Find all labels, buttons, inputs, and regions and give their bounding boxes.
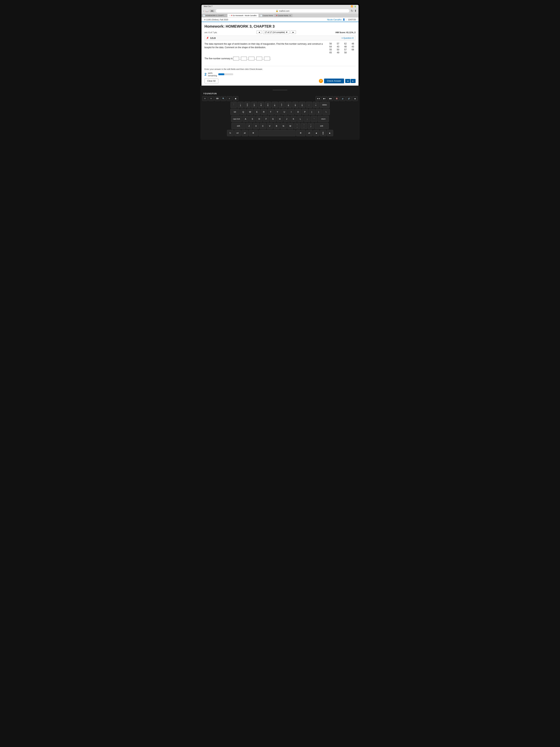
key-delete[interactable]: delete <box>320 102 330 108</box>
key-fn[interactable]: fn <box>227 130 234 136</box>
prev-question-btn[interactable]: ◄ <box>257 31 262 34</box>
key-backtick[interactable]: ~` <box>231 102 237 108</box>
key-search[interactable]: 🔍 <box>220 96 226 101</box>
key-y[interactable]: Y <box>274 109 281 115</box>
help-circle[interactable]: ? <box>319 79 323 83</box>
key-minus[interactable]: _- <box>306 102 312 108</box>
key-quote[interactable]: ' <box>311 116 317 122</box>
key-f[interactable]: F <box>263 116 269 122</box>
key-g[interactable]: G <box>270 116 276 122</box>
key-vol-down[interactable]: 🔉 <box>340 96 346 101</box>
question-help-label[interactable]: ≡ Question H <box>342 37 353 39</box>
key-eject[interactable]: ⏏ <box>352 96 358 101</box>
key-mute[interactable]: 🔇 <box>334 96 340 101</box>
key-x[interactable]: X <box>253 123 259 129</box>
key-arrow-left[interactable]: ◄ <box>313 130 319 136</box>
key-shift-right[interactable]: shift <box>315 123 329 129</box>
key-backslash[interactable]: \ <box>322 109 330 115</box>
tab2-close[interactable]: ✕ <box>229 15 231 17</box>
key-k[interactable]: K <box>290 116 297 122</box>
answer-box-5[interactable] <box>264 57 270 60</box>
key-caps[interactable]: caps lock <box>231 116 242 122</box>
tab-course-home[interactable]: 📄 Course Home <box>259 14 275 17</box>
next-btn[interactable]: ► <box>351 79 355 83</box>
back-button[interactable]: ‹ <box>203 9 204 12</box>
key-p[interactable]: P <box>302 109 308 115</box>
key-8[interactable]: *8 <box>285 102 292 108</box>
tab-homework[interactable]: 📄 HOMEWORK 3, CHAPTER 3 <box>202 14 228 17</box>
key-arrow-right[interactable]: ► <box>327 130 333 136</box>
address-bar[interactable]: 🔒 mathxl.com <box>216 9 350 13</box>
key-s[interactable]: S <box>249 116 256 122</box>
key-alt-right[interactable]: alt <box>306 130 313 136</box>
tab-course-home2[interactable]: P Course Home - N <box>275 14 292 17</box>
answer-box-4[interactable] <box>256 57 262 60</box>
key-media-box[interactable]: ▣ <box>233 96 238 101</box>
key-m[interactable]: M <box>287 123 294 129</box>
check-answer-button[interactable]: Check Answer <box>324 79 344 83</box>
key-cmd-right[interactable]: ⌘ <box>296 130 305 136</box>
key-brightness-high[interactable]: ✳ <box>208 96 214 101</box>
key-play-pause[interactable]: ▶II <box>322 96 327 101</box>
key-6[interactable]: ^6 <box>272 102 278 108</box>
key-lbracket[interactable]: [ <box>309 109 315 115</box>
key-rbracket[interactable]: ] <box>316 109 322 115</box>
key-3[interactable]: #3 <box>251 102 258 108</box>
key-w[interactable]: W <box>247 109 254 115</box>
share-button[interactable]: ⬆ <box>354 9 357 12</box>
key-h[interactable]: H <box>277 116 283 122</box>
key-cmd-left[interactable]: ⌘ <box>249 130 258 136</box>
key-comma[interactable]: <, <box>294 123 300 129</box>
key-d[interactable]: D <box>256 116 262 122</box>
prev-btn[interactable]: ◄ <box>345 79 350 83</box>
key-tab[interactable]: tab <box>230 109 240 115</box>
key-return[interactable]: return <box>318 116 329 122</box>
key-keyboard[interactable]: ⌨ <box>214 96 220 101</box>
key-l[interactable]: L <box>297 116 303 122</box>
key-2[interactable]: @2 <box>244 102 250 108</box>
key-4[interactable]: $4 <box>258 102 264 108</box>
refresh-button[interactable]: ↻ <box>351 9 353 12</box>
key-ctrl[interactable]: ctrl <box>234 130 241 136</box>
key-o[interactable]: O <box>295 109 301 115</box>
next-question-btn[interactable]: ► <box>291 31 296 34</box>
key-fast-forward[interactable]: ▶▶ <box>328 96 334 101</box>
key-7[interactable]: &7 <box>278 102 285 108</box>
key-semicolon[interactable]: ; <box>304 116 310 122</box>
key-a[interactable]: A <box>242 116 249 122</box>
key-e[interactable]: E <box>254 109 260 115</box>
key-b[interactable]: B <box>273 123 280 129</box>
key-t[interactable]: T <box>268 109 274 115</box>
key-z[interactable]: Z <box>246 123 252 129</box>
key-rewind[interactable]: ◄◄ <box>316 96 321 101</box>
clear-all-button[interactable]: Clear All <box>205 79 218 83</box>
key-1[interactable]: !1 <box>237 102 244 108</box>
key-5[interactable]: %5 <box>265 102 271 108</box>
key-n[interactable]: N <box>281 123 287 129</box>
answer-box-1[interactable] <box>233 57 239 60</box>
key-equals[interactable]: += <box>313 102 319 108</box>
key-9[interactable]: (9 <box>292 102 298 108</box>
key-0[interactable]: )0 <box>299 102 305 108</box>
key-brightness-low[interactable]: ✳ <box>202 96 208 101</box>
key-space[interactable] <box>259 130 296 136</box>
key-slash[interactable]: ?/ <box>308 123 314 129</box>
key-q[interactable]: Q <box>240 109 246 115</box>
key-vol-up[interactable]: 🔊 <box>346 96 352 101</box>
key-alt-left[interactable]: alt <box>241 130 248 136</box>
key-c[interactable]: C <box>260 123 266 129</box>
key-r[interactable]: R <box>261 109 267 115</box>
key-expose[interactable]: ≡ <box>227 96 232 101</box>
answer-box-2[interactable] <box>241 57 247 60</box>
key-u[interactable]: U <box>281 109 288 115</box>
key-v[interactable]: V <box>267 123 273 129</box>
tab-do-homework[interactable]: ✕ P Do Homework - Nicole Carvalho <box>228 14 259 17</box>
key-period[interactable]: >. <box>301 123 307 129</box>
key-i[interactable]: I <box>288 109 294 115</box>
answer-box-3[interactable] <box>248 57 255 60</box>
aa-button[interactable]: AA <box>210 9 215 12</box>
key-j[interactable]: J <box>284 116 290 122</box>
question-dropdown[interactable]: 17 of 17 (14 complete) ▼ <box>263 30 289 34</box>
key-shift-left[interactable]: shift <box>232 123 245 129</box>
key-arrow-up-down[interactable]: ▲▼ <box>320 130 326 136</box>
